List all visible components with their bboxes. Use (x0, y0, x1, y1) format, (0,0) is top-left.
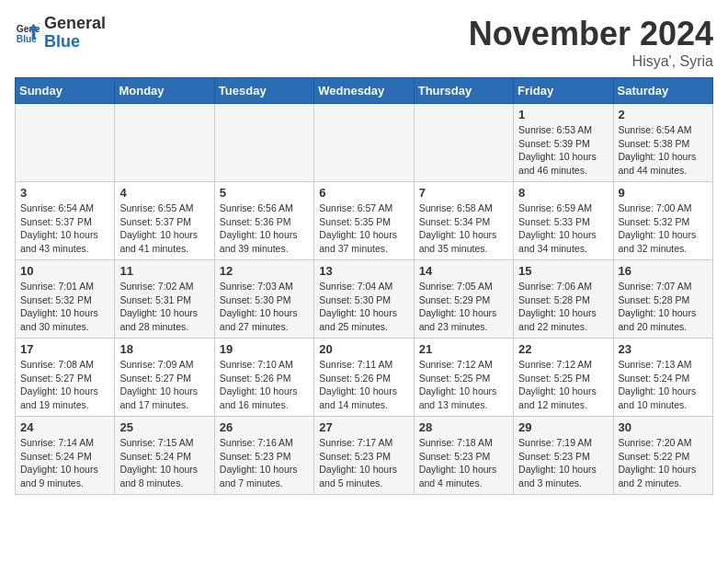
day-number: 7 (419, 186, 508, 200)
day-info: Sunrise: 7:17 AM Sunset: 5:23 PM Dayligh… (319, 436, 408, 490)
day-number: 17 (20, 342, 109, 356)
day-info: Sunrise: 7:12 AM Sunset: 5:25 PM Dayligh… (518, 358, 608, 412)
logo-icon: General Blue (15, 20, 40, 46)
day-info: Sunrise: 7:13 AM Sunset: 5:24 PM Dayligh… (619, 358, 708, 412)
day-number: 25 (119, 420, 209, 434)
day-number: 4 (119, 186, 209, 200)
weekday-header: Monday (115, 78, 214, 104)
day-info: Sunrise: 7:00 AM Sunset: 5:32 PM Dayligh… (619, 201, 708, 256)
day-info: Sunrise: 6:57 AM Sunset: 5:35 PM Dayligh… (319, 201, 408, 256)
day-number: 1 (518, 108, 608, 121)
calendar-cell (16, 104, 115, 182)
calendar-cell (115, 104, 214, 182)
calendar-cell: 23Sunrise: 7:13 AM Sunset: 5:24 PM Dayli… (613, 339, 712, 417)
logo-text: General Blue (44, 15, 106, 52)
day-number: 9 (619, 186, 708, 200)
calendar-cell: 28Sunrise: 7:18 AM Sunset: 5:23 PM Dayli… (414, 417, 513, 495)
day-number: 5 (220, 186, 309, 200)
day-info: Sunrise: 7:16 AM Sunset: 5:23 PM Dayligh… (220, 436, 309, 490)
day-info: Sunrise: 7:06 AM Sunset: 5:28 PM Dayligh… (518, 280, 608, 334)
day-info: Sunrise: 7:01 AM Sunset: 5:32 PM Dayligh… (20, 280, 109, 334)
calendar-cell: 15Sunrise: 7:06 AM Sunset: 5:28 PM Dayli… (514, 260, 613, 339)
calendar-cell: 9Sunrise: 7:00 AM Sunset: 5:32 PM Daylig… (613, 182, 712, 260)
calendar-cell: 29Sunrise: 7:19 AM Sunset: 5:23 PM Dayli… (514, 417, 613, 495)
weekday-header: Sunday (16, 78, 115, 104)
calendar-cell (314, 104, 414, 182)
day-number: 10 (20, 264, 109, 278)
day-number: 23 (619, 342, 708, 356)
calendar-cell: 18Sunrise: 7:09 AM Sunset: 5:27 PM Dayli… (115, 339, 214, 417)
calendar-cell: 20Sunrise: 7:11 AM Sunset: 5:26 PM Dayli… (314, 339, 414, 417)
page-header: General Blue General Blue November 2024 … (15, 15, 713, 70)
calendar-cell: 1Sunrise: 6:53 AM Sunset: 5:39 PM Daylig… (514, 104, 613, 182)
day-info: Sunrise: 6:58 AM Sunset: 5:34 PM Dayligh… (419, 201, 508, 256)
day-number: 14 (419, 264, 508, 278)
day-number: 30 (619, 420, 708, 434)
calendar-cell: 10Sunrise: 7:01 AM Sunset: 5:32 PM Dayli… (16, 260, 115, 339)
calendar-cell: 7Sunrise: 6:58 AM Sunset: 5:34 PM Daylig… (414, 182, 513, 260)
day-number: 20 (319, 342, 408, 356)
day-info: Sunrise: 7:03 AM Sunset: 5:30 PM Dayligh… (220, 280, 309, 334)
calendar-week-row: 17Sunrise: 7:08 AM Sunset: 5:27 PM Dayli… (16, 339, 713, 417)
calendar-cell: 25Sunrise: 7:15 AM Sunset: 5:24 PM Dayli… (115, 417, 214, 495)
day-number: 21 (419, 342, 508, 356)
day-info: Sunrise: 7:07 AM Sunset: 5:28 PM Dayligh… (619, 280, 708, 334)
calendar-cell (414, 104, 513, 182)
calendar-cell (214, 104, 313, 182)
title-block: November 2024 Hisya', Syria (469, 15, 713, 70)
day-number: 27 (319, 420, 408, 434)
weekday-header: Tuesday (214, 78, 313, 104)
day-info: Sunrise: 6:54 AM Sunset: 5:37 PM Dayligh… (20, 201, 109, 256)
calendar-cell: 16Sunrise: 7:07 AM Sunset: 5:28 PM Dayli… (613, 260, 712, 339)
day-info: Sunrise: 7:18 AM Sunset: 5:23 PM Dayligh… (419, 436, 508, 490)
day-number: 28 (419, 420, 508, 434)
location: Hisya', Syria (469, 53, 713, 70)
day-info: Sunrise: 7:14 AM Sunset: 5:24 PM Dayligh… (20, 436, 109, 490)
calendar-cell: 3Sunrise: 6:54 AM Sunset: 5:37 PM Daylig… (16, 182, 115, 260)
day-number: 12 (220, 264, 309, 278)
logo: General Blue General Blue (15, 15, 106, 52)
day-info: Sunrise: 7:09 AM Sunset: 5:27 PM Dayligh… (119, 358, 209, 412)
day-info: Sunrise: 6:59 AM Sunset: 5:33 PM Dayligh… (518, 201, 608, 256)
day-number: 15 (518, 264, 608, 278)
day-info: Sunrise: 7:11 AM Sunset: 5:26 PM Dayligh… (319, 358, 408, 412)
calendar-cell: 22Sunrise: 7:12 AM Sunset: 5:25 PM Dayli… (514, 339, 613, 417)
day-number: 29 (518, 420, 608, 434)
day-info: Sunrise: 6:56 AM Sunset: 5:36 PM Dayligh… (220, 201, 309, 256)
day-info: Sunrise: 7:19 AM Sunset: 5:23 PM Dayligh… (518, 436, 608, 490)
calendar-cell: 2Sunrise: 6:54 AM Sunset: 5:38 PM Daylig… (613, 104, 712, 182)
calendar-cell: 6Sunrise: 6:57 AM Sunset: 5:35 PM Daylig… (314, 182, 414, 260)
calendar-cell: 12Sunrise: 7:03 AM Sunset: 5:30 PM Dayli… (214, 260, 313, 339)
day-info: Sunrise: 7:15 AM Sunset: 5:24 PM Dayligh… (119, 436, 209, 490)
calendar-week-row: 1Sunrise: 6:53 AM Sunset: 5:39 PM Daylig… (16, 104, 713, 182)
calendar-week-row: 3Sunrise: 6:54 AM Sunset: 5:37 PM Daylig… (16, 182, 713, 260)
day-info: Sunrise: 7:10 AM Sunset: 5:26 PM Dayligh… (220, 358, 309, 412)
day-number: 8 (518, 186, 608, 200)
day-number: 26 (220, 420, 309, 434)
day-number: 3 (20, 186, 109, 200)
day-info: Sunrise: 7:04 AM Sunset: 5:30 PM Dayligh… (319, 280, 408, 334)
day-info: Sunrise: 7:08 AM Sunset: 5:27 PM Dayligh… (20, 358, 109, 412)
day-number: 16 (619, 264, 708, 278)
calendar-cell: 21Sunrise: 7:12 AM Sunset: 5:25 PM Dayli… (414, 339, 513, 417)
day-number: 19 (220, 342, 309, 356)
calendar-cell: 5Sunrise: 6:56 AM Sunset: 5:36 PM Daylig… (214, 182, 313, 260)
day-number: 11 (119, 264, 209, 278)
calendar-cell: 26Sunrise: 7:16 AM Sunset: 5:23 PM Dayli… (214, 417, 313, 495)
calendar-table: SundayMondayTuesdayWednesdayThursdayFrid… (15, 77, 713, 495)
day-info: Sunrise: 6:54 AM Sunset: 5:38 PM Dayligh… (619, 123, 708, 178)
calendar-cell: 4Sunrise: 6:55 AM Sunset: 5:37 PM Daylig… (115, 182, 214, 260)
weekday-header: Friday (514, 78, 613, 104)
weekday-header: Thursday (414, 78, 513, 104)
calendar-cell: 11Sunrise: 7:02 AM Sunset: 5:31 PM Dayli… (115, 260, 214, 339)
calendar-week-row: 10Sunrise: 7:01 AM Sunset: 5:32 PM Dayli… (16, 260, 713, 339)
calendar-cell: 30Sunrise: 7:20 AM Sunset: 5:22 PM Dayli… (613, 417, 712, 495)
day-info: Sunrise: 7:05 AM Sunset: 5:29 PM Dayligh… (419, 280, 508, 334)
calendar-cell: 19Sunrise: 7:10 AM Sunset: 5:26 PM Dayli… (214, 339, 313, 417)
day-number: 13 (319, 264, 408, 278)
calendar-week-row: 24Sunrise: 7:14 AM Sunset: 5:24 PM Dayli… (16, 417, 713, 495)
header-row: SundayMondayTuesdayWednesdayThursdayFrid… (16, 78, 713, 104)
day-number: 22 (518, 342, 608, 356)
weekday-header: Wednesday (314, 78, 414, 104)
day-info: Sunrise: 7:20 AM Sunset: 5:22 PM Dayligh… (619, 436, 708, 490)
